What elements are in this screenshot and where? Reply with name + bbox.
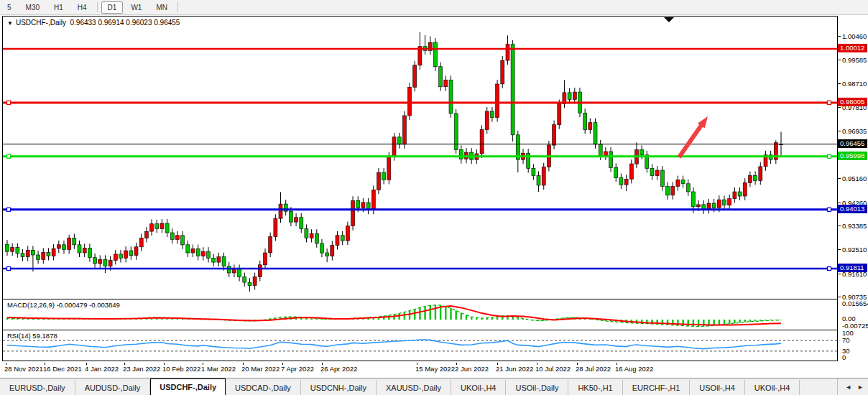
date-label: 28 Nov 2021 [4,365,43,373]
candle-body [196,248,200,256]
timeframe-button-mn[interactable]: MN [149,1,174,14]
date-label: 15 May 2022 [415,365,455,373]
candle-body [444,80,448,86]
tab-hk50h1[interactable]: HK50-,H1 [568,380,622,395]
hline-handle[interactable] [828,101,831,104]
hline-handle[interactable] [828,154,831,158]
price-axis[interactable]: 1.004600.995850.987100.978100.969350.951… [838,16,868,362]
price-tick-label: 1.00460 [842,32,867,40]
date-label: 16 Aug 2022 [615,365,653,373]
trend-arrow-shaft[interactable] [679,124,702,157]
date-label: 28 Jul 2022 [576,365,611,373]
price-badge-0.95998: 0.95998 [838,152,867,160]
tab-audusddaily[interactable]: AUDUSD-,Daily [75,380,151,395]
candle-body [650,169,654,176]
timeframe-button-h1[interactable]: H1 [47,1,70,14]
candle-body [485,111,489,129]
candle-body [279,204,282,218]
date-label: 7 Apr 2022 [281,365,314,373]
candle-body [16,248,19,254]
timeframe-button-d1[interactable]: D1 [101,1,124,14]
rsi-label: RSI(14) 59.1878 [7,332,57,340]
candle-body [604,152,607,156]
candle-body [269,237,272,253]
rsi-axis-label: 70 [842,336,850,344]
hline-handle[interactable] [828,208,831,211]
date-label: 2 Jun 2022 [455,365,489,373]
candle-body [181,236,185,245]
hline-handle[interactable] [828,267,831,271]
candle-body [26,250,29,256]
candle-body [124,251,128,258]
candle-body [37,255,40,259]
timeframe-button-m30[interactable]: M30 [19,1,46,14]
candle-body [733,192,737,199]
candle-body [31,250,34,255]
macd-axis-label: 0.015654 [842,299,868,307]
hline-handle[interactable] [7,101,11,104]
candle-body [387,157,391,180]
axis-tick-mark [838,131,841,131]
candle-body [599,144,602,156]
price-badge-0.96455: 0.96455 [838,139,867,148]
rsi-indicator-pane[interactable] [3,330,837,361]
price-chart-pane[interactable] [3,17,837,299]
timeframe-button-h4[interactable]: H4 [71,1,93,14]
symbol-dropdown-icon[interactable]: ▼ [7,20,13,27]
candle-body [501,60,504,84]
candle-body [78,245,81,253]
candle-body [609,152,613,167]
tab-ukoilh4[interactable]: UKOil-,H4 [745,380,800,395]
tab-usdchfdaily[interactable]: USDCHF-,Daily [150,378,226,395]
date-label: 10 Jul 2022 [535,365,571,373]
candle-body [108,261,112,266]
candle-body [640,149,644,155]
axis-tick-mark [838,36,841,37]
tab-usoilh4[interactable]: USOil-,H4 [690,380,745,395]
object-anchor-icon [664,17,674,22]
candle-body [144,231,148,238]
tab-eurchfh1[interactable]: EURCHF-,H1 [623,380,691,395]
tab-usoildaily[interactable]: USOil-,Daily [506,380,568,395]
candle-body [119,254,123,259]
timeframe-button-w1[interactable]: W1 [124,1,148,14]
macd-indicator-pane[interactable] [3,299,837,330]
tab-scroll-right-icon[interactable]: ► [857,384,864,391]
candle-body [629,164,633,179]
date-label: 1 Mar 2022 [201,365,236,373]
candle-body [186,245,190,253]
tab-eurusddaily[interactable]: EURUSD-,Daily [0,380,75,395]
axis-tick-mark [838,83,841,84]
candle-body [392,137,396,157]
tab-scroll-left-icon[interactable]: ◄ [845,384,851,391]
candle-body [305,228,308,238]
price-tick-label: 0.95160 [842,175,867,182]
candle-body [676,180,680,187]
candle-body [433,42,437,67]
hline-handle[interactable] [7,208,11,211]
candle-body [191,248,195,253]
tab-usdcnhdaily[interactable]: USDCNH-,Daily [301,380,377,395]
date-axis[interactable]: 28 Nov 202116 Dec 20214 Jan 202223 Jan 2… [2,363,838,376]
chart-plot-area [2,16,838,361]
tab-ukoilh4[interactable]: UKOil-,H4 [451,380,507,395]
tab-usdcaddaily[interactable]: USDCAD-,Daily [226,380,301,395]
tab-xauusddaily[interactable]: XAUUSD-,Daily [377,380,451,395]
candle-body [68,238,71,250]
symbol-name: USDCHF-,Daily [16,19,66,27]
candle-body [243,277,246,283]
tab-scroll-controls: ◄ ► [837,378,868,395]
candle-body [289,211,292,222]
candle-body [686,184,690,192]
candle-body [207,251,211,258]
candle-body [408,87,412,116]
hline-handle[interactable] [7,154,11,158]
candle-body [542,167,545,185]
candle-body [738,192,742,196]
toolbar-separator [177,2,178,12]
candle-body [496,84,499,118]
hline-handle[interactable] [7,267,11,271]
candle-body [63,245,66,250]
price-badge-0.98005: 0.98005 [838,98,867,106]
timeframe-button-5[interactable]: 5 [1,1,18,14]
